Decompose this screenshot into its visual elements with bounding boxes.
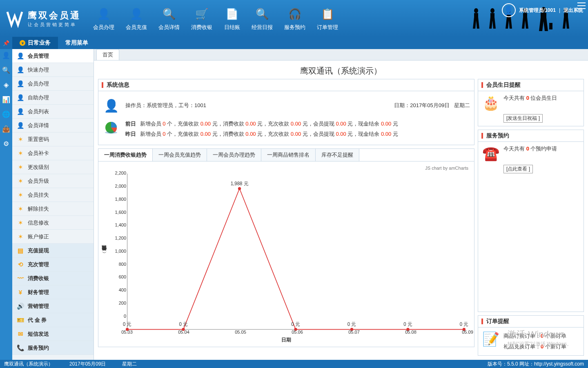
sidebar-grp-member[interactable]: 👤会员管理 — [12, 49, 94, 63]
sidebar-grp-book[interactable]: 📞服务预约 — [12, 341, 94, 355]
sidebar-grp-cashier[interactable]: 〰消费收银 — [12, 272, 94, 285]
order-line-2: 礼品兑换订单：0 个新订单 — [503, 341, 566, 352]
member-detail-icon: 🔍 — [161, 6, 177, 22]
iconbar-search-icon[interactable]: 🔍 — [2, 65, 11, 74]
iconbar-gear-icon[interactable]: ⚙ — [2, 139, 11, 148]
tool-cashier[interactable]: 🛒消费收银 — [191, 6, 212, 31]
svg-point-8 — [105, 131, 117, 134]
tool-member-add[interactable]: 👤会员办理 — [93, 6, 114, 31]
sidebar-resetpw[interactable]: ✶重置密码 — [12, 132, 94, 146]
tool-member-detail[interactable]: 🔍会员详情 — [158, 6, 180, 31]
sidebar-grp-count[interactable]: ⟲充次管理 — [12, 258, 94, 272]
sidebar-self[interactable]: 👤自助办理 — [12, 91, 94, 105]
chart-credit: JS chart by amCharts — [425, 166, 468, 171]
panel-orders-title: 订单提醒 — [478, 316, 584, 328]
panel-sysinfo: 系统信息 👤 操作员：系统管理员，工号：1001 日期：2017年05月09日 … — [98, 79, 474, 145]
birthday-cake-icon: 🎂 — [482, 94, 499, 123]
trend-tab-0[interactable]: 一周消费收银趋势 — [98, 149, 153, 161]
sidebar-grp-count-icon: ⟲ — [16, 260, 24, 269]
navtab-daily[interactable]: ▾日常业务 — [12, 37, 58, 49]
trend-tab-1[interactable]: 一周会员充值趋势 — [153, 149, 207, 161]
tool-order-manage[interactable]: 📋订单管理 — [317, 6, 338, 31]
trend-tab-3[interactable]: 一周商品销售排名 — [261, 149, 316, 161]
sidebar-infomod[interactable]: ✶信息修改 — [12, 216, 94, 230]
iconbar-globe-icon[interactable]: 🌐 — [2, 110, 11, 119]
svg-text:0 元: 0 元 — [179, 321, 187, 327]
sidebar-chlevel[interactable]: ✶更改级别 — [12, 160, 94, 174]
member-recharge-icon: 👤 — [128, 6, 145, 22]
sidebar-apply-icon: 👤 — [16, 80, 24, 88]
sidebar-grp-voucher[interactable]: 🎫代 金 券 — [12, 313, 94, 327]
cashier-icon: 🛒 — [194, 6, 210, 22]
tool-daily-close[interactable]: 📄日结账 — [224, 6, 240, 31]
panel-sysinfo-title: 系统信息 — [98, 79, 474, 91]
sidebar-grp-finance[interactable]: ¥财务管理 — [12, 285, 94, 299]
trend-tab-4[interactable]: 库存不足提醒 — [316, 149, 359, 161]
notepad-icon: 📝 — [482, 331, 499, 352]
sidebar-grp-member-icon: 👤 — [16, 52, 24, 60]
trend-section: 一周消费收银趋势一周会员充值趋势一周会员办理趋势一周商品销售排名库存不足提醒 J… — [98, 148, 474, 347]
tool-daily-report[interactable]: 🔍经营日报 — [252, 6, 273, 31]
operator-text: 操作员：系统管理员，工号：1001 — [125, 102, 206, 109]
iconbar-stats-icon[interactable]: 📊 — [2, 95, 11, 104]
send-birthday-link[interactable]: [发送生日祝福 ] — [503, 114, 543, 123]
sidebar-chlevel-icon: ✶ — [16, 163, 24, 171]
sidebar-reissue[interactable]: ✶会员补卡 — [12, 146, 94, 160]
sidebar-infomod-icon: ✶ — [16, 219, 24, 227]
panel-birthday-title: 会员生日提醒 — [478, 79, 584, 91]
order-manage-icon: 📋 — [319, 6, 336, 22]
svg-text:0 元: 0 元 — [291, 321, 300, 327]
sidebar-grp-market[interactable]: 🔊营销管理 — [12, 299, 94, 313]
sidebar-detail[interactable]: 👤会员详情 — [12, 119, 94, 132]
sidebar-grp-cashier-icon: 〰 — [16, 274, 24, 283]
sidebar-unloss[interactable]: ✶解除挂失 — [12, 202, 94, 216]
svg-point-15 — [238, 187, 241, 191]
logo-mark-icon — [5, 9, 24, 28]
status-version: 版本号：5.5.0 网址：http://yst.yingssoft.com — [488, 361, 584, 368]
sidebar-acctfix[interactable]: ✶账户修正 — [12, 230, 94, 244]
tool-member-recharge[interactable]: 👤会员充值 — [126, 6, 147, 31]
phone-icon: ☎️ — [482, 145, 499, 173]
chart-yticks: 02004006008001,0001,2001,4001,6001,8002,… — [111, 166, 127, 328]
sidebar-grp-recharge-icon: ▤ — [16, 247, 24, 255]
status-company: 鹰双通讯（系统演示） — [4, 361, 53, 368]
avatar-icon[interactable]: 👤 — [502, 3, 516, 17]
sidebar-list[interactable]: 👤会员列表 — [12, 105, 94, 119]
iconbar-bag-icon[interactable]: 👜 — [2, 124, 11, 133]
header-user-area: 👤 系统管理员/1001 | 退出系统 — [502, 3, 583, 17]
iconbar-layers-icon[interactable]: ◈ — [2, 80, 11, 89]
nav-row: 📌 ▾日常业务 常用菜单 — [0, 37, 588, 49]
sidebar-loss-icon: ✶ — [16, 191, 24, 199]
view-booking-link[interactable]: [点此查看 ] — [503, 165, 533, 173]
pin-icon[interactable]: 📌 — [0, 37, 12, 49]
chart-container: JS chart by amCharts 消费收银金额（元） 020040060… — [98, 161, 474, 347]
sidebar-upgrade-icon: ✶ — [16, 177, 24, 185]
booking-line: 今天共有 0 个预约申请 — [503, 145, 557, 153]
summary-prev-day: 前日 新增会员 0 个，充值收款 0.00 元，消费收款 0.00 元，充次收款… — [125, 119, 470, 129]
sidebar-acctfix-icon: ✶ — [16, 233, 24, 241]
sidebar-quick-icon: 👤 — [16, 66, 24, 74]
sidebar-grp-recharge[interactable]: ▤充值提现 — [12, 244, 94, 258]
logout-link[interactable]: 退出系统 — [564, 7, 583, 14]
sidebar-loss[interactable]: ✶会员挂失 — [12, 188, 94, 202]
brand-logo: 鹰双会员通 让会员营销更简单 — [5, 9, 81, 28]
navtab-common[interactable]: 常用菜单 — [58, 37, 96, 49]
svg-text:1,988 元: 1,988 元 — [231, 181, 249, 186]
sidebar-apply[interactable]: 👤会员办理 — [12, 77, 94, 91]
tab-home[interactable]: 首页 — [96, 49, 119, 60]
sidebar-resetpw-icon: ✶ — [16, 135, 24, 144]
sidebar-quick[interactable]: 👤快速办理 — [12, 63, 94, 77]
content-area: 首页 鹰双通讯（系统演示） 系统信息 👤 操作员：系统管理员，工号：1001 — [94, 49, 588, 360]
sidebar-grp-sms[interactable]: ✉短信发送 — [12, 327, 94, 341]
svg-rect-5 — [549, 23, 552, 29]
trend-tab-2[interactable]: 一周会员办理趋势 — [207, 149, 261, 161]
chart-xticks: 05.0305.0405.0505.0605.0705.0805.09 — [127, 330, 468, 335]
operator-icon: 👤 — [102, 97, 120, 114]
sidebar-upgrade[interactable]: ✶会员升级 — [12, 174, 94, 188]
app-header: 鹰双会员通 让会员营销更简单 👤会员办理👤会员充值🔍会员详情🛒消费收银📄日结账🔍… — [0, 0, 588, 37]
page-title: 鹰双通讯（系统演示） — [94, 61, 588, 79]
tool-service-book[interactable]: 🎧服务预约 — [284, 6, 305, 31]
birthday-line: 今天共有 0 位会员生日 — [503, 94, 557, 102]
iconbar-user-icon[interactable]: 👤 — [2, 51, 11, 60]
sidebar: 👤会员管理👤快速办理👤会员办理👤自助办理👤会员列表👤会员详情✶重置密码✶会员补卡… — [12, 49, 94, 360]
